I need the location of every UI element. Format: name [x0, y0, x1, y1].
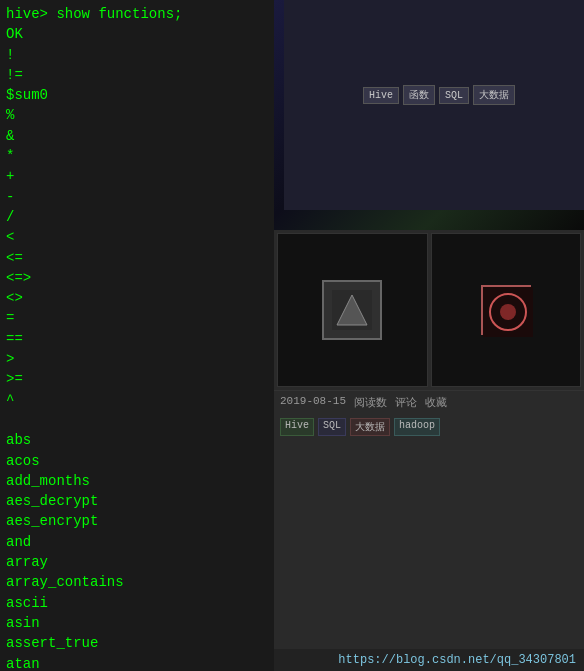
tag-hadoop[interactable]: hadoop [394, 418, 440, 436]
terminal-line: >= [6, 369, 239, 389]
terminal-line [6, 410, 239, 430]
terminal-line: <> [6, 288, 239, 308]
svg-point-11 [500, 304, 516, 320]
tag-item: SQL [439, 87, 469, 104]
terminal-line: * [6, 146, 239, 166]
terminal-area: hive> show functions; OK!!=$sum0%&*+-/<<… [0, 0, 245, 671]
terminal-line: <=> [6, 268, 239, 288]
terminal-line: + [6, 166, 239, 186]
terminal-line: assert_true [6, 633, 239, 653]
thumb-icon-right [483, 287, 533, 337]
terminal-line: - [6, 187, 239, 207]
terminal-line: ascii [6, 593, 239, 613]
meta-date: 2019-08-15 [280, 395, 346, 410]
terminal-line: atan [6, 654, 239, 672]
terminal-line: add_months [6, 471, 239, 491]
terminal-line: ^ [6, 390, 239, 410]
image-tags-overlay: Hive 函数 SQL 大数据 [284, 0, 584, 210]
thumb-inner-left [322, 280, 382, 340]
thumbnail-row [274, 230, 584, 390]
terminal-line: aes_encrypt [6, 511, 239, 531]
url-bar: https://blog.csdn.net/qq_34307801 [274, 649, 584, 671]
meta-comments: 评论 [395, 395, 417, 410]
meta-reads: 阅读数 [354, 395, 387, 410]
meta-row: 2019-08-15 阅读数 评论 收藏 [274, 390, 584, 414]
terminal-line: & [6, 126, 239, 146]
terminal-line: $sum0 [6, 85, 239, 105]
terminal-line: aes_decrypt [6, 491, 239, 511]
tag-bigdata[interactable]: 大数据 [350, 418, 390, 436]
tag-item: 函数 [403, 85, 435, 105]
terminal-line: ! [6, 45, 239, 65]
terminal-line: = [6, 308, 239, 328]
terminal-line: == [6, 329, 239, 349]
tag-hive[interactable]: Hive [280, 418, 314, 436]
tags-row: Hive SQL 大数据 hadoop [274, 414, 584, 440]
terminal-line: and [6, 532, 239, 552]
thumb-inner-right [481, 285, 531, 335]
terminal-line: asin [6, 613, 239, 633]
terminal-line: OK [6, 24, 239, 44]
thumbnail-right[interactable] [431, 233, 582, 387]
terminal-line: <= [6, 248, 239, 268]
terminal-prompt: hive> show functions; [6, 4, 239, 24]
sidebar-hero-image: CSDN Blog Hive 函数 SQL 大数据 [274, 0, 584, 230]
terminal-line: > [6, 349, 239, 369]
terminal-line: array [6, 552, 239, 572]
tag-item: 大数据 [473, 85, 515, 105]
thumbnail-left[interactable] [277, 233, 428, 387]
terminal-line: % [6, 105, 239, 125]
terminal-line: array_contains [6, 572, 239, 592]
tag-sql[interactable]: SQL [318, 418, 346, 436]
terminal-line: / [6, 207, 239, 227]
meta-favorites: 收藏 [425, 395, 447, 410]
terminal-line: != [6, 65, 239, 85]
sidebar-panel: CSDN Blog Hive 函数 SQL 大数据 [274, 0, 584, 671]
tag-item: Hive [363, 87, 399, 104]
terminal-line: abs [6, 430, 239, 450]
terminal-line: acos [6, 451, 239, 471]
terminal-line: < [6, 227, 239, 247]
thumb-icon-left [332, 290, 372, 330]
